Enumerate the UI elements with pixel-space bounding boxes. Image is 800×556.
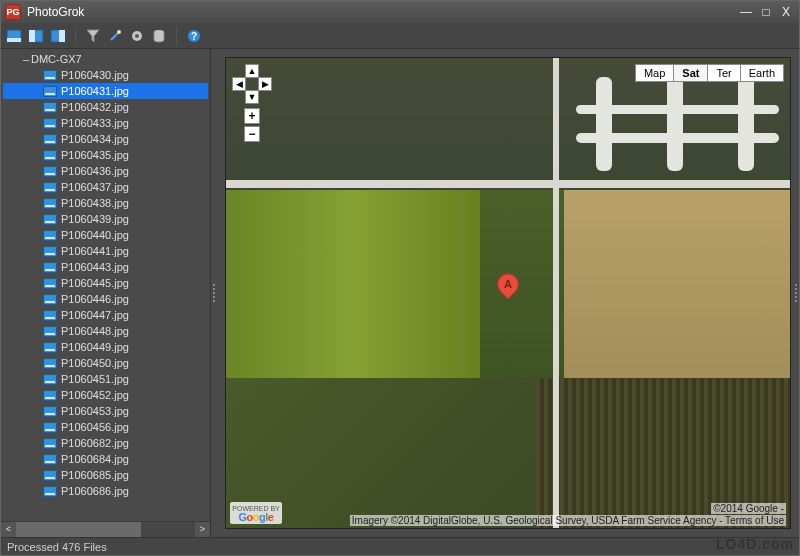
map-marker-a[interactable]: A <box>497 273 519 295</box>
image-file-icon <box>43 134 57 145</box>
file-label: P1060448.jpg <box>61 325 129 337</box>
tree-file-item[interactable]: P1060684.jpg <box>3 451 208 467</box>
tree-file-item[interactable]: P1060436.jpg <box>3 163 208 179</box>
tree-file-item[interactable]: P1060435.jpg <box>3 147 208 163</box>
svg-rect-1 <box>7 38 21 42</box>
file-label: P1060449.jpg <box>61 341 129 353</box>
tree-file-item[interactable]: P1060434.jpg <box>3 131 208 147</box>
tree-file-item[interactable]: P1060430.jpg <box>3 67 208 83</box>
tree-file-item[interactable]: P1060448.jpg <box>3 323 208 339</box>
tree-file-item[interactable]: P1060431.jpg <box>3 83 208 99</box>
close-button[interactable]: X <box>777 5 795 19</box>
toolbar-divider <box>75 27 76 45</box>
zoom-out-button[interactable]: − <box>244 126 260 142</box>
tree-folder-root[interactable]: – DMC-GX7 <box>3 51 208 67</box>
window-title: PhotoGrok <box>27 5 735 19</box>
tree-file-item[interactable]: P1060450.jpg <box>3 355 208 371</box>
scroll-thumb[interactable] <box>16 522 141 537</box>
tree-file-item[interactable]: P1060456.jpg <box>3 419 208 435</box>
app-window: PG PhotoGrok — □ X ? – DMC-GX7P1060430.j… <box>0 0 800 556</box>
zoom-control: + − <box>244 108 272 142</box>
window1-icon[interactable] <box>5 27 23 45</box>
pan-down-button[interactable]: ▼ <box>245 90 259 104</box>
image-file-icon <box>43 326 57 337</box>
folder-label: DMC-GX7 <box>31 53 82 65</box>
gear-icon[interactable] <box>128 27 146 45</box>
google-logo: Google <box>239 512 274 523</box>
file-label: P1060435.jpg <box>61 149 129 161</box>
file-label: P1060443.jpg <box>61 261 129 273</box>
image-file-icon <box>43 246 57 257</box>
file-label: P1060439.jpg <box>61 213 129 225</box>
svg-point-9 <box>135 34 139 38</box>
tree-file-item[interactable]: P1060452.jpg <box>3 387 208 403</box>
scroll-right-button[interactable]: > <box>195 522 210 537</box>
file-tree[interactable]: – DMC-GX7P1060430.jpgP1060431.jpgP106043… <box>1 49 210 521</box>
tree-file-item[interactable]: P1060440.jpg <box>3 227 208 243</box>
map-copyright: ©2014 Google - <box>711 503 786 514</box>
file-label: P1060436.jpg <box>61 165 129 177</box>
file-label: P1060684.jpg <box>61 453 129 465</box>
window2-icon[interactable] <box>27 27 45 45</box>
image-file-icon <box>43 390 57 401</box>
marker-label: A <box>504 278 512 290</box>
titlebar[interactable]: PG PhotoGrok — □ X <box>1 1 799 23</box>
image-file-icon <box>43 230 57 241</box>
expander-icon[interactable]: – <box>21 53 31 65</box>
file-label: P1060430.jpg <box>61 69 129 81</box>
statusbar: Processed 476 Files <box>1 537 799 555</box>
file-label: P1060431.jpg <box>61 85 129 97</box>
image-file-icon <box>43 454 57 465</box>
tree-file-item[interactable]: P1060445.jpg <box>3 275 208 291</box>
filter-icon[interactable] <box>84 27 102 45</box>
tree-file-item[interactable]: P1060447.jpg <box>3 307 208 323</box>
image-file-icon <box>43 166 57 177</box>
tree-file-item[interactable]: P1060451.jpg <box>3 371 208 387</box>
help-icon[interactable]: ? <box>185 27 203 45</box>
scroll-left-button[interactable]: < <box>1 522 16 537</box>
zoom-in-button[interactable]: + <box>244 108 260 124</box>
tree-file-item[interactable]: P1060449.jpg <box>3 339 208 355</box>
pan-right-button[interactable]: ▶ <box>258 77 272 91</box>
tree-file-item[interactable]: P1060433.jpg <box>3 115 208 131</box>
minimize-button[interactable]: — <box>737 5 755 19</box>
map-view[interactable]: A ▲ ▼ ◀ ▶ + − MapSatTerEarth <box>225 57 791 529</box>
pan-left-button[interactable]: ◀ <box>232 77 246 91</box>
map-type-ter[interactable]: Ter <box>707 64 740 82</box>
window3-icon[interactable] <box>49 27 67 45</box>
tree-file-item[interactable]: P1060686.jpg <box>3 483 208 499</box>
file-label: P1060445.jpg <box>61 277 129 289</box>
right-splitter-handle[interactable] <box>793 284 799 302</box>
file-label: P1060453.jpg <box>61 405 129 417</box>
tree-file-item[interactable]: P1060685.jpg <box>3 467 208 483</box>
image-file-icon <box>43 374 57 385</box>
maximize-button[interactable]: □ <box>757 5 775 19</box>
image-file-icon <box>43 438 57 449</box>
sidebar-hscrollbar[interactable]: < > <box>1 521 210 537</box>
tree-file-item[interactable]: P1060446.jpg <box>3 291 208 307</box>
main-panel: A ▲ ▼ ◀ ▶ + − MapSatTerEarth <box>217 49 799 537</box>
image-file-icon <box>43 102 57 113</box>
tree-file-item[interactable]: P1060441.jpg <box>3 243 208 259</box>
image-file-icon <box>43 150 57 161</box>
image-file-icon <box>43 342 57 353</box>
tree-file-item[interactable]: P1060437.jpg <box>3 179 208 195</box>
tree-file-item[interactable]: P1060682.jpg <box>3 435 208 451</box>
scroll-track[interactable] <box>16 522 195 537</box>
tree-file-item[interactable]: P1060432.jpg <box>3 99 208 115</box>
map-type-map[interactable]: Map <box>635 64 674 82</box>
tree-file-item[interactable]: P1060439.jpg <box>3 211 208 227</box>
pan-up-button[interactable]: ▲ <box>245 64 259 78</box>
file-label: P1060433.jpg <box>61 117 129 129</box>
database-icon[interactable] <box>150 27 168 45</box>
tree-file-item[interactable]: P1060453.jpg <box>3 403 208 419</box>
map-type-sat[interactable]: Sat <box>673 64 708 82</box>
svg-rect-3 <box>29 30 35 42</box>
image-file-icon <box>43 214 57 225</box>
file-label: P1060441.jpg <box>61 245 129 257</box>
map-type-earth[interactable]: Earth <box>740 64 784 82</box>
tree-file-item[interactable]: P1060443.jpg <box>3 259 208 275</box>
wand-icon[interactable] <box>106 27 124 45</box>
tree-file-item[interactable]: P1060438.jpg <box>3 195 208 211</box>
svg-rect-5 <box>59 30 65 42</box>
